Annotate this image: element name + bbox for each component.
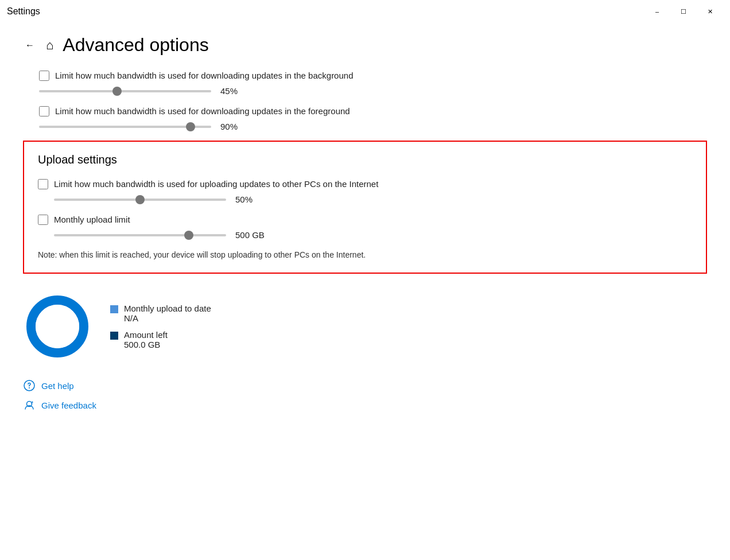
- legend-item-amount-left: Amount left 500.0 GB: [110, 330, 211, 349]
- download-fg-slider[interactable]: [39, 126, 211, 128]
- get-help-icon: [23, 379, 36, 392]
- maximize-button[interactable]: ☐: [670, 2, 697, 21]
- home-icon: ⌂: [46, 38, 53, 53]
- upload-settings-title: Upload settings: [38, 153, 692, 166]
- legend-text-upload-to-date: Monthly upload to date N/A: [124, 304, 211, 323]
- upload-bw-label: Limit how much bandwidth is used for upl…: [54, 178, 378, 190]
- svg-point-3: [29, 387, 30, 388]
- donut-chart: [23, 292, 92, 361]
- give-feedback-icon: [23, 399, 36, 411]
- legend-upload-to-date-value: N/A: [124, 313, 211, 323]
- title-bar: Settings – ☐ ✕: [0, 0, 730, 23]
- back-button[interactable]: ←: [23, 38, 37, 53]
- monthly-limit-slider-row: 500 GB: [54, 230, 692, 240]
- upload-bw-value: 50%: [235, 195, 270, 204]
- title-bar-title: Settings: [7, 6, 40, 17]
- close-button[interactable]: ✕: [697, 2, 723, 21]
- minimize-button[interactable]: –: [644, 2, 670, 21]
- svg-point-1: [36, 305, 79, 348]
- download-bg-slider-row: 45%: [39, 86, 707, 96]
- get-help-label[interactable]: Get help: [41, 381, 74, 391]
- page-header: ← ⌂ Advanced options: [23, 34, 707, 56]
- download-fg-checkbox[interactable]: [39, 106, 49, 116]
- upload-note: Note: when this limit is reached, your d…: [38, 249, 405, 261]
- legend-color-upload-to-date: [110, 305, 118, 313]
- monthly-limit-value: 500 GB: [235, 230, 270, 240]
- upload-bw-checkbox-row: Limit how much bandwidth is used for upl…: [38, 178, 692, 190]
- download-fg-slider-row: 90%: [39, 122, 707, 131]
- download-fg-label: Limit how much bandwidth is used for dow…: [55, 105, 350, 117]
- monthly-limit-checkbox-row: Monthly upload limit: [38, 213, 692, 225]
- page-title: Advanced options: [63, 34, 208, 56]
- legend-text-amount-left: Amount left 500.0 GB: [124, 330, 168, 349]
- links-area: Get help Give feedback: [23, 379, 707, 411]
- legend-upload-to-date-title: Monthly upload to date: [124, 304, 211, 313]
- download-bg-value: 45%: [220, 86, 255, 96]
- stats-area: Monthly upload to date N/A Amount left 5…: [23, 292, 707, 361]
- upload-bw-checkbox[interactable]: [38, 179, 48, 189]
- get-help-link-item[interactable]: Get help: [23, 379, 707, 392]
- give-feedback-label[interactable]: Give feedback: [41, 400, 96, 410]
- give-feedback-link-item[interactable]: Give feedback: [23, 399, 707, 411]
- monthly-limit-label: Monthly upload limit: [54, 213, 130, 225]
- download-bg-checkbox-row: Limit how much bandwidth is used for dow…: [39, 69, 707, 81]
- legend-area: Monthly upload to date N/A Amount left 5…: [110, 304, 211, 349]
- monthly-limit-checkbox[interactable]: [38, 215, 48, 225]
- upload-settings-box: Upload settings Limit how much bandwidth…: [23, 141, 707, 274]
- upload-bw-slider[interactable]: [54, 199, 226, 201]
- download-bg-label: Limit how much bandwidth is used for dow…: [55, 69, 354, 81]
- download-bg-checkbox[interactable]: [39, 71, 49, 81]
- download-fg-checkbox-row: Limit how much bandwidth is used for dow…: [39, 105, 707, 117]
- main-content: ← ⌂ Advanced options Limit how much band…: [0, 23, 730, 423]
- legend-amount-left-value: 500.0 GB: [124, 340, 168, 349]
- legend-color-amount-left: [110, 332, 118, 340]
- title-bar-left: Settings: [7, 6, 40, 17]
- title-bar-controls: – ☐ ✕: [644, 2, 723, 21]
- download-bg-slider[interactable]: [39, 90, 211, 92]
- legend-amount-left-title: Amount left: [124, 330, 168, 340]
- upload-bw-slider-row: 50%: [54, 195, 692, 204]
- download-fg-value: 90%: [220, 122, 255, 131]
- monthly-limit-slider[interactable]: [54, 234, 226, 236]
- legend-item-upload-to-date: Monthly upload to date N/A: [110, 304, 211, 323]
